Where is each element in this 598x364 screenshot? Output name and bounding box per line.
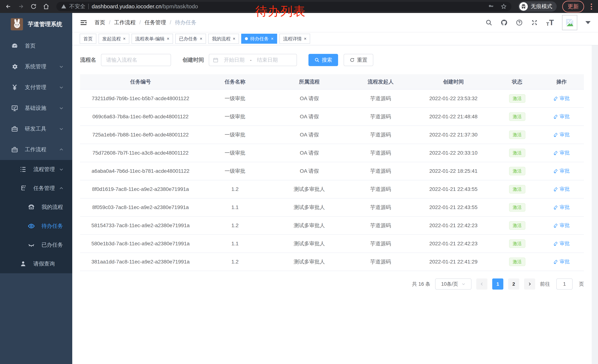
url-text[interactable]: dashboard.yudao.iocoder.cn/bpm/task/todo	[92, 3, 198, 10]
close-icon[interactable]: ×	[123, 36, 126, 41]
column-header-actions: 操作	[539, 74, 584, 89]
search-button[interactable]: 搜索	[308, 54, 338, 66]
cell-actions: 审批	[539, 144, 584, 162]
app-logo-row[interactable]: 芋道管理系统	[0, 13, 72, 36]
approve-link-label: 审批	[560, 168, 570, 174]
reset-button[interactable]: 重置	[344, 54, 373, 66]
pagination: 共 16 条 10条/页 1 2 前往 页	[80, 278, 584, 290]
security-warning-icon[interactable]	[61, 4, 66, 9]
reload-icon[interactable]	[30, 3, 37, 10]
github-icon[interactable]	[500, 19, 507, 26]
tab-form-edit[interactable]: 流程表单-编辑 ×	[132, 34, 173, 44]
approve-link[interactable]: 审批	[553, 168, 570, 174]
font-size-icon[interactable]: TT	[546, 19, 554, 26]
bookmark-star-icon[interactable]	[501, 4, 507, 9]
avatar[interactable]	[562, 15, 577, 30]
close-icon[interactable]: ×	[271, 36, 274, 41]
edit-pencil-icon	[553, 150, 558, 155]
cell-status: 激活	[495, 198, 539, 217]
close-icon[interactable]: ×	[233, 36, 235, 41]
breadcrumb-task-mgmt[interactable]: 任务管理	[144, 19, 166, 26]
next-page-button[interactable]	[524, 278, 535, 290]
sidebar-item-todo-task[interactable]: 待办任务	[0, 217, 72, 235]
cell-actions: 审批	[539, 180, 584, 198]
help-icon[interactable]	[516, 19, 523, 26]
reset-button-label: 重置	[357, 57, 367, 64]
search-button-label: 搜索	[322, 57, 332, 64]
approve-link[interactable]: 审批	[553, 222, 570, 229]
sidebar-item-home[interactable]: 首页	[0, 36, 72, 56]
page-button-2[interactable]: 2	[508, 278, 519, 290]
approve-link-label: 审批	[560, 240, 570, 247]
prev-page-button[interactable]	[476, 278, 487, 290]
page-size-select[interactable]: 10条/页	[435, 278, 472, 290]
tab-my-process[interactable]: 我的流程 ×	[208, 34, 239, 44]
cell-task-name: 1.2	[201, 180, 269, 198]
breadcrumb: 首页 / 工作流程 / 任务管理 / 待办任务	[94, 19, 196, 26]
sidebar-item-leave-query[interactable]: 请假查询	[0, 254, 72, 273]
approve-link[interactable]: 审批	[553, 95, 570, 102]
tab-done-task[interactable]: 已办任务 ×	[175, 34, 206, 44]
sidebar-item-workflow[interactable]: 工作流程	[0, 139, 72, 160]
tab-process-detail[interactable]: 流程详情 ×	[279, 34, 310, 44]
cell-created: 2022-01-21 22:43:55	[412, 180, 495, 198]
search-icon[interactable]	[485, 19, 492, 26]
sidebar-item-devtools[interactable]: 研发工具	[0, 119, 72, 139]
cell-status: 激活	[495, 89, 539, 108]
sidebar-item-task-mgmt[interactable]: 任务管理	[0, 179, 72, 198]
page-button-1[interactable]: 1	[492, 278, 503, 290]
tab-todo-task-active[interactable]: 待办任务 ×	[241, 34, 277, 44]
date-range-picker[interactable]: -	[209, 54, 297, 66]
cell-starter: 芋道源码	[349, 235, 412, 253]
browser-menu-icon[interactable]	[590, 3, 593, 10]
breadcrumb-workflow[interactable]: 工作流程	[114, 19, 136, 26]
sidebar-item-infra[interactable]: 基础设施	[0, 98, 72, 119]
tab-start-process[interactable]: 发起流程 ×	[99, 34, 129, 44]
sidebar-item-done-task[interactable]: 已办任务	[0, 235, 72, 254]
sidebar-item-system[interactable]: 系统管理	[0, 56, 72, 77]
tab-home[interactable]: 首页	[80, 34, 96, 44]
approve-link[interactable]: 审批	[553, 131, 570, 138]
cell-task-id: a6aba0a4-7b6d-11ec-b781-acde48001122	[80, 162, 201, 180]
sidebar-item-process-mgmt[interactable]: 流程管理	[0, 160, 72, 179]
table-row: 75d72608-7b7f-11ec-a3c8-acde48001122 一级审…	[80, 144, 584, 162]
breadcrumb-home[interactable]: 首页	[94, 19, 105, 26]
table-row: 069c6a63-7b8a-11ec-8ef0-acde48001122 一级审…	[80, 108, 584, 126]
forward-icon[interactable]	[17, 3, 25, 10]
key-icon[interactable]	[488, 4, 494, 9]
chevron-down-icon	[59, 167, 64, 172]
address-bar[interactable]: 不安全 dashboard.yudao.iocoder.cn/bpm/task/…	[56, 2, 512, 11]
close-icon[interactable]: ×	[200, 36, 202, 41]
table-row: 381aa1dd-7ac8-11ec-a9e2-a2380e71991a 1.2…	[80, 253, 584, 271]
approve-link[interactable]: 审批	[553, 240, 570, 247]
close-icon[interactable]: ×	[167, 36, 169, 41]
fullscreen-icon[interactable]	[531, 19, 538, 26]
approve-link[interactable]: 审批	[553, 113, 570, 120]
sidebar-item-pay[interactable]: 支付管理	[0, 77, 72, 98]
start-date-input[interactable]	[220, 57, 248, 63]
goto-page-input[interactable]	[556, 278, 573, 290]
cell-status: 激活	[495, 144, 539, 162]
avatar-caret-icon[interactable]	[585, 21, 590, 24]
home-icon[interactable]	[43, 3, 50, 10]
chrome-update-button[interactable]: 更新	[562, 1, 584, 12]
approve-link[interactable]: 审批	[553, 204, 570, 210]
process-name-input[interactable]	[101, 54, 171, 66]
sidebar-item-my-process[interactable]: 我的流程	[0, 198, 72, 217]
approve-link-label: 审批	[560, 222, 570, 229]
close-icon[interactable]: ×	[304, 36, 307, 41]
browser-toolbar: 不安全 dashboard.yudao.iocoder.cn/bpm/task/…	[0, 0, 598, 13]
end-date-input[interactable]	[253, 57, 281, 63]
sidebar-item-label: 待办任务	[42, 222, 63, 230]
sidebar-collapse-icon[interactable]	[80, 19, 87, 26]
approve-link-label: 审批	[560, 186, 570, 192]
security-warning-label[interactable]: 不安全	[69, 3, 85, 10]
cell-process: 测试多审批人	[269, 180, 349, 198]
status-badge: 激活	[509, 203, 525, 212]
approve-link[interactable]: 审批	[553, 258, 570, 265]
cell-task-name: 1.2	[201, 253, 269, 271]
approve-link[interactable]: 审批	[553, 149, 570, 156]
back-icon[interactable]	[5, 3, 12, 10]
approve-link[interactable]: 审批	[553, 186, 570, 192]
edit-pencil-icon	[553, 241, 558, 246]
